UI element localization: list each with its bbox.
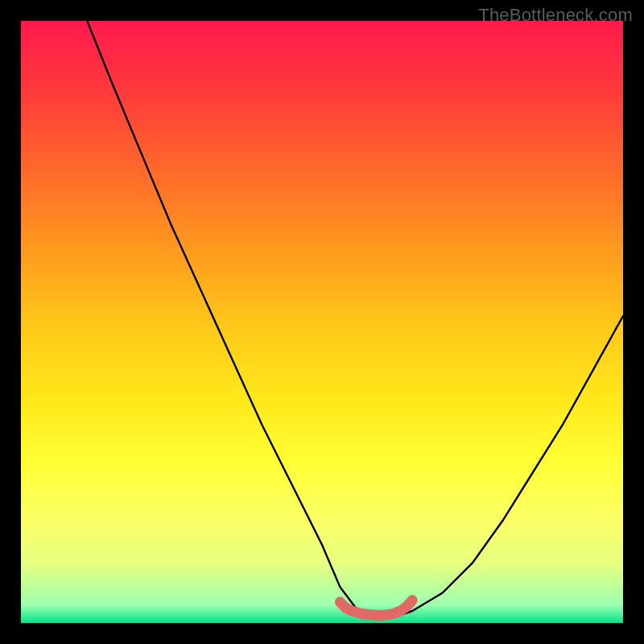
chart-plot-area (21, 21, 623, 623)
bottleneck-curve (87, 21, 623, 617)
chart-frame: TheBottleneck.com (0, 0, 644, 644)
chart-svg (21, 21, 623, 623)
watermark-text: TheBottleneck.com (478, 5, 633, 26)
